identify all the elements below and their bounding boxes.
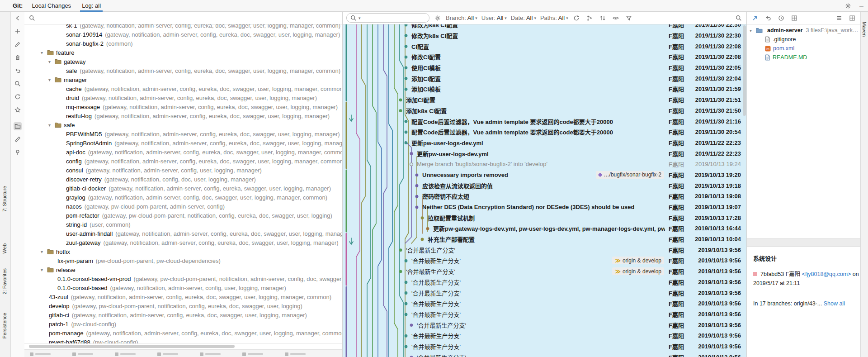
- branch-group-row[interactable]: ▾feature: [24, 48, 342, 57]
- commit-row[interactable]: CI配置F嘉阳2019/11/30 22:08: [343, 41, 746, 52]
- commit-row[interactable]: Merge branch 'bugfix/sonar-bugfix-2' int…: [343, 159, 746, 170]
- stripe-maven-button[interactable]: Maven: [862, 22, 867, 37]
- changed-file-row[interactable]: mpom.xml: [747, 44, 860, 53]
- gear-icon[interactable]: [434, 14, 442, 22]
- tab-local-changes[interactable]: Local Changes: [26, 0, 76, 12]
- eye-icon[interactable]: [612, 14, 620, 22]
- add-icon[interactable]: [14, 27, 22, 35]
- stripe-structure-button[interactable]: 7: Structure: [2, 186, 7, 212]
- branch-row[interactable]: patch-1(pw-cloud-config): [24, 319, 342, 328]
- branch-row[interactable]: zuul-gateway(gateway, notification, admi…: [24, 238, 342, 247]
- commit-row[interactable]: Unnecessary imports removed…/bugfix/sona…: [343, 170, 746, 181]
- log-search-input[interactable]: [362, 14, 426, 22]
- branches-icon[interactable]: [585, 14, 594, 22]
- stripe-persistence-button[interactable]: Persistence: [2, 313, 7, 338]
- branch-row[interactable]: string-id(user, common): [24, 220, 342, 229]
- menu-icon[interactable]: [835, 14, 843, 22]
- rollback-icon[interactable]: [14, 67, 22, 75]
- branch-row[interactable]: fix-jvm-param(pw-cloud-pom-parent, pw-cl…: [24, 256, 342, 265]
- branch-row[interactable]: 43-zuul(gateway, notification, admin-ser…: [24, 292, 342, 301]
- branch-group-row[interactable]: ▾safe: [24, 120, 342, 129]
- branch-filter[interactable]: Branch: All ▾: [446, 14, 477, 21]
- branch-row[interactable]: graylog(gateway, notification, admin-ser…: [24, 193, 342, 202]
- grid-icon[interactable]: [790, 14, 798, 22]
- branch-row[interactable]: discover-retry(gateway, notification, co…: [24, 175, 342, 184]
- chevron-down-icon[interactable]: ▾: [41, 249, 47, 254]
- commit-row[interactable]: '合并最新生产分支'F嘉阳2019/10/13 9:56: [343, 244, 746, 255]
- commit-row[interactable]: '合并最新生产分支'F嘉阳2019/10/13 9:56: [343, 330, 746, 341]
- branch-row[interactable]: sonar-bugfix-2(common): [24, 39, 342, 48]
- gear-icon[interactable]: [844, 2, 852, 10]
- log-search-field[interactable]: ▾: [346, 13, 429, 23]
- paths-filter[interactable]: Paths: All ▾: [540, 14, 568, 21]
- branch-row[interactable]: sonar-190914(gateway, notification, admi…: [24, 30, 342, 39]
- branch-row[interactable]: safe(gateway, notification, admin-server…: [24, 66, 342, 75]
- branch-row[interactable]: pom-refactor(gateway, pw-cloud-pom-paren…: [24, 211, 342, 220]
- branch-search-input[interactable]: [39, 14, 339, 22]
- commit-row[interactable]: '合并最新生产分支'F嘉阳2019/10/13 9:56: [343, 277, 746, 288]
- author-email-link[interactable]: <fjy8018@qq.com>: [802, 271, 851, 277]
- stripe-favorites-button[interactable]: 2: Favorites: [2, 268, 7, 294]
- minimize-icon[interactable]: –: [859, 2, 863, 10]
- commit-row[interactable]: 添加CI模板F嘉阳2019/11/30 21:59: [343, 84, 746, 95]
- branch-row[interactable]: SpringBootAdmin(gateway, notification, a…: [24, 138, 342, 148]
- commit-row[interactable]: 更新pw-gateway-logs-dev.yml, pw-user-logs-…: [343, 223, 746, 234]
- commit-row[interactable]: 配置Code后置过滤器，Vue admin template 要求返回的code…: [343, 116, 746, 127]
- vertical-scrollbar[interactable]: [743, 25, 746, 116]
- branch-row[interactable]: develop(gateway, pw-cloud-pom-parent, no…: [24, 301, 342, 310]
- commit-row[interactable]: 修改为k8s CI配置F嘉阳2019/11/30 22:30: [343, 24, 746, 30]
- pin-icon[interactable]: [14, 148, 22, 157]
- commit-row[interactable]: '合并最新生产分支'F嘉阳2019/10/13 9:56: [343, 319, 746, 330]
- commit-row[interactable]: 更新pw-user-logs-dev.ymlF嘉阳2019/11/22 22:2…: [343, 148, 746, 159]
- scrollbar-thumb[interactable]: [29, 345, 235, 348]
- branch-row[interactable]: gitlab-ci-docker(gateway, notification, …: [24, 184, 342, 193]
- commit-row[interactable]: '合并最新生产分支'F嘉阳2019/10/13 9:56: [343, 309, 746, 320]
- branch-row[interactable]: sk-1(gateway, notification, admin-server…: [24, 24, 342, 30]
- branch-row[interactable]: druid(gateway, notification, admin-serve…: [24, 93, 342, 102]
- commit-row[interactable]: '合并最新生产分支'F嘉阳2019/10/13 9:56: [343, 298, 746, 309]
- branch-row[interactable]: gitlab-ci(gateway, notification, admin-s…: [24, 310, 342, 319]
- sort-icon[interactable]: [599, 14, 607, 22]
- commit-row[interactable]: 密码密钥不应太短F嘉阳2019/10/13 19:08: [343, 191, 746, 202]
- changed-files-root-row[interactable]: ▾ admin-server 3 files F:\java_worksp...: [747, 26, 860, 35]
- commit-row[interactable]: '合并最新生产分支'F嘉阳2019/10/13 9:56: [343, 352, 746, 357]
- commit-row[interactable]: Neither DES (Data Encryption Standard) n…: [343, 202, 746, 213]
- commit-row[interactable]: 修改为k8s CI配置F嘉阳2019/11/30 22:30: [343, 30, 746, 41]
- branch-row[interactable]: revert-baf67d88(pw-cloud-config): [24, 338, 342, 343]
- tab-log-all[interactable]: Log: all: [76, 0, 106, 12]
- rollback-icon[interactable]: [764, 14, 772, 22]
- commit-row[interactable]: 添加CI配置F嘉阳2019/11/30 21:51: [343, 95, 746, 105]
- filter-icon[interactable]: [625, 14, 633, 22]
- branch-row[interactable]: mq-message(gateway, notification, admin-…: [24, 102, 342, 111]
- chevron-down-icon[interactable]: ▾: [48, 123, 55, 128]
- chevron-down-icon[interactable]: ▾: [48, 59, 55, 64]
- grid-icon[interactable]: [848, 14, 856, 22]
- branch-row[interactable]: pom-manage(gateway, notification, admin-…: [24, 328, 342, 338]
- branch-row[interactable]: nacos(gateway, pw-cloud-pom-parent, admi…: [24, 202, 342, 211]
- commit-row[interactable]: '合并最新生产分支'F嘉阳2019/10/13 9:56: [343, 287, 746, 298]
- commit-row[interactable]: '合并最新生产分支'≫origin & developF嘉阳2019/10/13…: [343, 266, 746, 277]
- chevron-down-icon[interactable]: ▾: [750, 28, 756, 33]
- commit-row[interactable]: 修改CI配置F嘉阳2019/11/30 22:08: [343, 52, 746, 62]
- branch-row[interactable]: 0.1.0-consul-based(gateway, notification…: [24, 283, 342, 292]
- branch-row[interactable]: PBEWithMD5(gateway, notification, admin-…: [24, 129, 342, 138]
- branch-row[interactable]: 0.1.0-consol-based-vm-prod(gateway, pw-c…: [24, 274, 342, 283]
- edit-icon[interactable]: [14, 40, 22, 48]
- commit-row[interactable]: '合并最新生产分支'F嘉阳2019/10/13 9:56: [343, 341, 746, 352]
- commit-row[interactable]: 配置Code后置过滤器，Vue admin template 要求返回的code…: [343, 127, 746, 138]
- ruler-icon[interactable]: [14, 135, 22, 143]
- commit-row[interactable]: 补充生产部署配置F嘉阳2019/10/13 10:04: [343, 234, 746, 245]
- delete-icon[interactable]: [14, 53, 22, 62]
- branch-row[interactable]: config(gateway, notification, admin-serv…: [24, 157, 342, 166]
- horizontal-scrollbar[interactable]: [24, 343, 342, 349]
- date-filter[interactable]: Date: All ▾: [511, 14, 536, 21]
- commit-row[interactable]: 拉取配置重试机制F嘉阳2019/10/13 17:28: [343, 212, 746, 223]
- commit-row[interactable]: 使用CI模板F嘉阳2019/11/30 22:05: [343, 62, 746, 73]
- branch-row[interactable]: consul(gateway, notification, admin-serv…: [24, 166, 342, 175]
- chevron-down-icon[interactable]: ▾: [48, 77, 55, 82]
- user-filter[interactable]: User: All ▾: [481, 14, 507, 21]
- branch-group-row[interactable]: ▾gateway: [24, 57, 342, 66]
- folder-icon[interactable]: [14, 122, 22, 130]
- history-icon[interactable]: [777, 14, 785, 22]
- collapse-icon[interactable]: [14, 14, 22, 22]
